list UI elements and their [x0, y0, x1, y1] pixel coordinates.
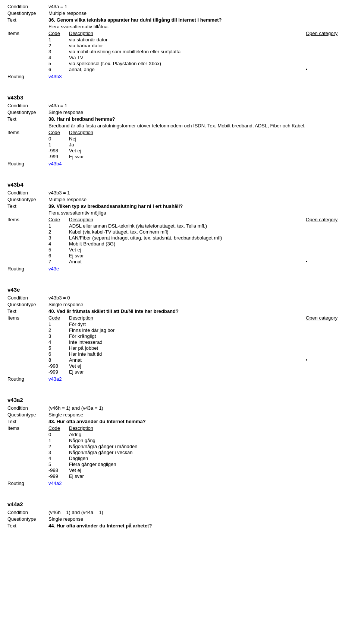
open-cell: [306, 235, 351, 241]
field-label: Questiontype: [7, 197, 48, 202]
field-label: Questiontype: [7, 110, 48, 115]
table-row: 7Annat•: [48, 259, 351, 264]
desc-cell: via spelkonsol (t.ex. Playstation eller …: [69, 61, 306, 66]
routing-value: v44a2: [48, 480, 351, 486]
items-label: Items: [7, 217, 48, 222]
col-desc-header: Description: [69, 217, 306, 222]
items-table: CodeDescriptionOpen category1via station…: [48, 31, 351, 73]
routing-label: Routing: [7, 266, 48, 272]
field-row: Condition(v46h = 1) and (v44a = 1): [7, 510, 351, 515]
items-table: CodeDescriptionOpen category1ADSL eller …: [48, 217, 351, 265]
open-cell: [306, 327, 351, 333]
desc-cell: LAN/Fiber (separat indraget uttag, tex. …: [69, 235, 306, 241]
items-row: ItemsCodeDescriptionOpen category1För dy…: [7, 315, 351, 375]
desc-cell: Via TV: [69, 55, 306, 60]
desc-cell: Ej svar: [69, 253, 306, 258]
desc-cell: Kabel (via kabel-TV uttaget, tex. Comhem…: [69, 229, 306, 235]
routing-label: Routing: [7, 376, 48, 382]
table-row: 6annat, ange•: [48, 67, 351, 72]
code-cell: 6: [48, 253, 69, 258]
desc-cell: Vet ej: [69, 148, 351, 153]
desc-cell: Ej svar: [69, 369, 306, 375]
table-row: 4Inte intresserad: [48, 339, 351, 345]
intro-row: Flera svarsalterntiv möjliga: [7, 210, 351, 216]
desc-cell: annat, ange: [69, 67, 306, 72]
items-table-header: CodeDescription: [48, 130, 351, 135]
section-v43e: v43eConditionv43b3 = 0QuestiontypeSingle…: [7, 286, 351, 382]
field-value: v43b3 = 1: [48, 190, 351, 196]
app-container: Conditionv43a = 1QuestiontypeMultiple re…: [7, 4, 351, 529]
intro-label-spacer: [7, 123, 48, 129]
col-code-header: Code: [48, 217, 69, 222]
items-table-header: CodeDescriptionOpen category: [48, 217, 351, 222]
routing-label: Routing: [7, 161, 48, 166]
desc-cell: Nej: [69, 136, 351, 142]
routing-value: v43a2: [48, 376, 351, 382]
field-label: Questiontype: [7, 412, 48, 418]
items-label: Items: [7, 130, 48, 135]
desc-cell: Vet ej: [69, 363, 306, 369]
intro-label-spacer: [7, 210, 48, 216]
desc-cell: Ja: [69, 142, 351, 147]
field-label: Text: [7, 116, 48, 122]
items-row: ItemsCodeDescription0Nej1Ja-998Vet ej-99…: [7, 130, 351, 160]
code-cell: 2: [48, 229, 69, 235]
col-desc-header: Description: [69, 425, 351, 431]
field-row: Condition(v46h = 1) and (v43a = 1): [7, 405, 351, 411]
field-row: Conditionv43a = 1: [7, 4, 351, 9]
intro-row: Bredband är alla fasta anslutningsformer…: [7, 123, 351, 129]
table-row: -998Vet ej: [48, 363, 351, 369]
open-cell: [306, 247, 351, 253]
field-label: Questiontype: [7, 302, 48, 307]
field-value: Single response: [48, 302, 351, 307]
table-row: 4Mobilt Bredband (3G): [48, 241, 351, 247]
code-cell: 4: [48, 55, 69, 60]
desc-cell: Ej svar: [69, 154, 351, 159]
table-row: 8Annat•: [48, 357, 351, 363]
items-table-header: CodeDescription: [48, 425, 351, 431]
section-spacer: [7, 391, 351, 397]
routing-value: v43e: [48, 266, 351, 272]
code-cell: 5: [48, 61, 69, 66]
desc-cell: Någon/några gånger i månaden: [69, 444, 351, 449]
table-row: 1För dyrt: [48, 321, 351, 327]
desc-cell: Har inte haft tid: [69, 351, 306, 357]
code-cell: 2: [48, 327, 69, 333]
table-row: 6Ej svar: [48, 253, 351, 258]
col-desc-header: Description: [69, 130, 351, 135]
field-label: Questiontype: [7, 516, 48, 522]
field-value: Multiple response: [48, 197, 351, 202]
code-cell: 3: [48, 235, 69, 241]
field-value: 40. Vad är främsta skälet till att Du/Ni…: [48, 308, 351, 314]
items-label: Items: [7, 315, 48, 321]
field-value: Multiple response: [48, 10, 351, 16]
section-v43b3_top: Conditionv43a = 1QuestiontypeMultiple re…: [7, 4, 351, 79]
intro-label-spacer: [7, 24, 48, 29]
items-table-header: CodeDescriptionOpen category: [48, 31, 351, 36]
field-value: 44. Hur ofta använder du Internet på arb…: [48, 523, 351, 529]
field-value: 38. Har ni bredband hemma?: [48, 116, 351, 122]
section-spacer: [7, 175, 351, 181]
section-v43a2: v43a2Condition(v46h = 1) and (v43a = 1)Q…: [7, 397, 351, 486]
field-value: 39. Vilken typ av bredbandsanslutning ha…: [48, 203, 351, 209]
table-row: 0Nej: [48, 136, 351, 142]
desc-cell: via mobil utrustning som mobiltelefon el…: [69, 49, 306, 54]
field-value: 36. Genom vilka tekniska apparater har d…: [48, 17, 351, 23]
section-spacer: [7, 495, 351, 501]
table-row: 5via spelkonsol (t.ex. Playstation eller…: [48, 61, 351, 66]
col-code-header: Code: [48, 315, 69, 321]
field-value: Single response: [48, 516, 351, 522]
table-row: -999Ej svar: [48, 154, 351, 159]
section-title-v43e: v43e: [7, 286, 351, 293]
field-value: 43. Hur ofta använder du Internet hemma?: [48, 419, 351, 424]
table-row: 0Aldrig: [48, 432, 351, 437]
desc-cell: Annat: [69, 357, 306, 363]
field-label: Questiontype: [7, 10, 48, 16]
field-value: v43a = 1: [48, 4, 351, 9]
code-cell: -999: [48, 154, 69, 159]
routing-row: Routingv43b3: [7, 74, 351, 79]
desc-cell: Vet ej: [69, 247, 306, 253]
table-row: -998Vet ej: [48, 148, 351, 153]
items-table-header: CodeDescriptionOpen category: [48, 315, 351, 321]
code-cell: 8: [48, 357, 69, 363]
